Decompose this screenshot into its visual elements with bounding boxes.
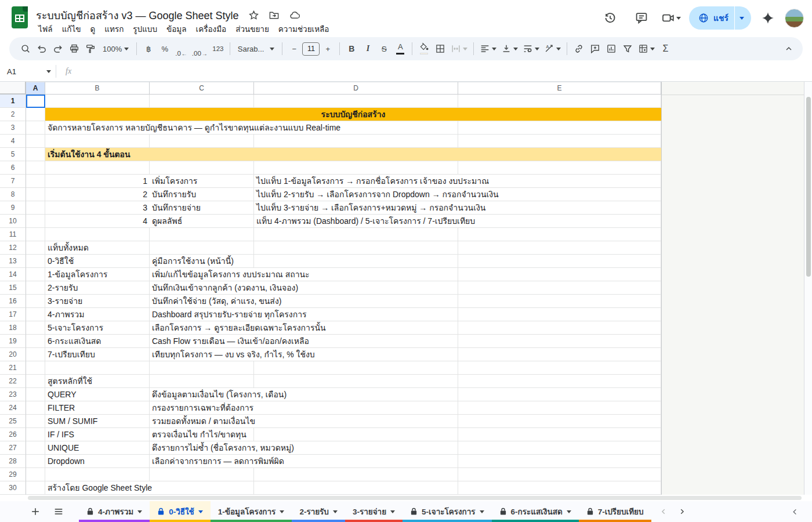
sheet-tab-1-ข้อมูลโครงการ[interactable]: 1-ข้อมูลโครงการ <box>211 501 292 522</box>
menu-insert[interactable]: แทรก <box>100 21 128 37</box>
fx-icon[interactable]: fx <box>62 67 71 76</box>
cell-B7[interactable]: 1 <box>45 175 150 187</box>
row-header-28[interactable]: 28 <box>0 455 26 468</box>
cell-C16[interactable]: บันทึกค่าใช้จ่าย (วัสดุ, ค่าแรง, ขนส่ง) <box>150 295 284 307</box>
number-format-button[interactable]: 123 <box>211 41 226 57</box>
row-header-2[interactable]: 2 <box>0 108 26 121</box>
cell-B28[interactable]: Dropdown <box>45 455 87 467</box>
share-button[interactable]: แชร์ <box>689 6 734 30</box>
row-header-8[interactable]: 8 <box>0 188 26 201</box>
row-header-3[interactable]: 3 <box>0 121 26 135</box>
row-header-24[interactable]: 24 <box>0 401 26 415</box>
cell-C9[interactable]: บันทึกรายจ่าย <box>150 201 203 214</box>
column-header-A[interactable]: A <box>26 82 45 95</box>
insert-comment-icon[interactable] <box>588 41 603 57</box>
cell-D7[interactable]: ไปแท็บ 1-ข้อมูลโครงการ → กรอกชื่อโครงการ… <box>254 175 491 187</box>
cell-B30[interactable]: สร้างโดย Google Sheet Style <box>45 481 154 494</box>
sheet-tab-menu-caret[interactable] <box>137 510 142 513</box>
merge-cells-button[interactable] <box>449 41 469 57</box>
row-header-30[interactable]: 30 <box>0 481 26 495</box>
row-header-29[interactable]: 29 <box>0 468 26 481</box>
column-header-B[interactable]: B <box>45 82 150 95</box>
menu-data[interactable]: ข้อมูล <box>162 21 191 37</box>
row-header-1[interactable]: 1 <box>0 95 26 108</box>
sheet-tab-menu-caret[interactable] <box>198 510 203 513</box>
side-panel-collapse-icon[interactable] <box>791 507 799 516</box>
sheet-tab-6-กระแสเงินสด[interactable]: 6-กระแสเงินสด <box>492 501 579 522</box>
cloud-status-icon[interactable] <box>289 10 301 21</box>
row-header-21[interactable]: 21 <box>0 361 26 375</box>
select-all-corner[interactable] <box>0 82 26 95</box>
vertical-scrollbar[interactable] <box>804 82 812 495</box>
cell-B16[interactable]: 3-รายจ่าย <box>45 295 85 307</box>
sheet-tab-5-เจาะโครงการ[interactable]: 5-เจาะโครงการ <box>403 501 492 522</box>
decrease-decimal-button[interactable]: .0← <box>173 41 189 57</box>
comment-history-icon[interactable] <box>630 6 653 30</box>
cell-C15[interactable]: บันทึกเงินเข้าจากลูกค้า (งวดงาน, เงินจอง… <box>150 281 300 294</box>
print-icon[interactable] <box>67 41 82 57</box>
cell-C18[interactable]: เลือกโครงการ → ดูรายละเอียดเฉพาะโครงการน… <box>150 321 328 334</box>
increase-font-size-button[interactable]: + <box>320 41 335 57</box>
format-currency-button[interactable]: ฿ <box>141 41 156 57</box>
row-header-12[interactable]: 12 <box>0 241 26 255</box>
row-header-7[interactable]: 7 <box>0 175 26 188</box>
text-color-button[interactable]: A <box>393 41 408 57</box>
column-header-D[interactable]: D <box>254 82 458 95</box>
row-header-17[interactable]: 17 <box>0 308 26 321</box>
borders-button[interactable] <box>433 41 448 57</box>
cell-B15[interactable]: 2-รายรับ <box>45 281 80 294</box>
cell-B13[interactable]: 0-วิธีใช้ <box>45 255 76 267</box>
menu-view[interactable]: ดู <box>86 21 100 37</box>
horizontal-align-button[interactable] <box>478 41 498 57</box>
cell-C7[interactable]: เพิ่มโครงการ <box>150 175 200 187</box>
insert-link-icon[interactable] <box>571 41 586 57</box>
row-header-14[interactable]: 14 <box>0 268 26 281</box>
zoom-select[interactable]: 100% <box>99 41 132 57</box>
search-menus-icon[interactable] <box>18 41 33 57</box>
menu-format[interactable]: รูปแบบ <box>128 21 162 37</box>
row-header-6[interactable]: 6 <box>0 161 26 175</box>
row-header-5[interactable]: 5 <box>0 148 26 161</box>
cells-area[interactable]: ระบบบัญชีก่อสร้างจัดการหลายโครงการ หลายบ… <box>26 95 661 495</box>
hide-menus-chevron-icon[interactable] <box>781 41 796 57</box>
cell-D9[interactable]: ไปแท็บ 3-รายจ่าย → เลือกโครงการ+หมวดหมู่… <box>254 201 488 214</box>
menu-help[interactable]: ความช่วยเหลือ <box>274 21 334 37</box>
text-wrap-button[interactable] <box>521 41 541 57</box>
row-header-4[interactable]: 4 <box>0 135 26 148</box>
insert-chart-icon[interactable] <box>604 41 619 57</box>
horizontal-scrollbar[interactable] <box>0 495 812 501</box>
row-header-15[interactable]: 15 <box>0 281 26 295</box>
cell-D10[interactable]: แท็บ 4-ภาพรวม (Dashboard) / 5-เจาะโครงกา… <box>254 215 477 227</box>
text-rotation-button[interactable]: A <box>542 41 563 57</box>
add-sheet-button[interactable] <box>26 502 45 521</box>
sheet-tab-3-รายจ่าย[interactable]: 3-รายจ่าย <box>345 501 403 522</box>
cell-C26[interactable]: ตรวจเงื่อนไข กำไร/ขาดทุน <box>150 428 249 441</box>
font-size-input[interactable]: 11 <box>302 42 320 56</box>
row-header-19[interactable]: 19 <box>0 335 26 348</box>
version-history-icon[interactable] <box>599 6 622 30</box>
meet-dropdown-caret[interactable] <box>676 17 681 20</box>
sheet-tab-menu-caret[interactable] <box>567 510 571 513</box>
cell-B3[interactable]: จัดการหลายโครงการ หลายบัญชีธนาคาร — ดูกำ… <box>45 121 343 134</box>
column-header-E[interactable]: E <box>458 82 661 95</box>
banner-row-2[interactable]: ระบบบัญชีก่อสร้าง <box>45 108 661 121</box>
cell-C8[interactable]: บันทึกรายรับ <box>150 188 198 201</box>
cell-D8[interactable]: ไปแท็บ 2-รายรับ → เลือกโครงการจาก Dropdo… <box>254 188 501 201</box>
tab-scroll-right-icon[interactable] <box>678 507 686 516</box>
sheet-tab-4-ภาพรวม[interactable]: 4-ภาพรวม <box>79 501 150 522</box>
cell-B26[interactable]: IF / IFS <box>45 428 77 441</box>
cell-B23[interactable]: QUERY <box>45 388 79 401</box>
cell-B27[interactable]: UNIQUE <box>45 441 81 454</box>
cell-B14[interactable]: 1-ข้อมูลโครงการ <box>45 268 110 281</box>
cell-C19[interactable]: Cash Flow รายเดือน — เงินเข้า/ออก/คงเหลื… <box>150 335 311 347</box>
functions-button[interactable]: Σ <box>658 41 673 57</box>
cell-B12[interactable]: แท็บทั้งหมด <box>45 241 91 254</box>
menu-tools[interactable]: เครื่องมือ <box>191 21 231 37</box>
sheets-logo-icon[interactable] <box>12 6 28 28</box>
meet-presentation-button[interactable] <box>661 11 681 25</box>
strikethrough-button[interactable]: S <box>376 41 392 57</box>
cell-C24[interactable]: กรองรายการเฉพาะที่ต้องการ <box>150 401 256 414</box>
cell-C20[interactable]: เทียบทุกโครงการ — งบ vs จริง, กำไร, % ใช… <box>150 348 317 361</box>
cell-C13[interactable]: คู่มือการใช้งาน (หน้านี้) <box>150 255 236 267</box>
row-header-16[interactable]: 16 <box>0 295 26 308</box>
